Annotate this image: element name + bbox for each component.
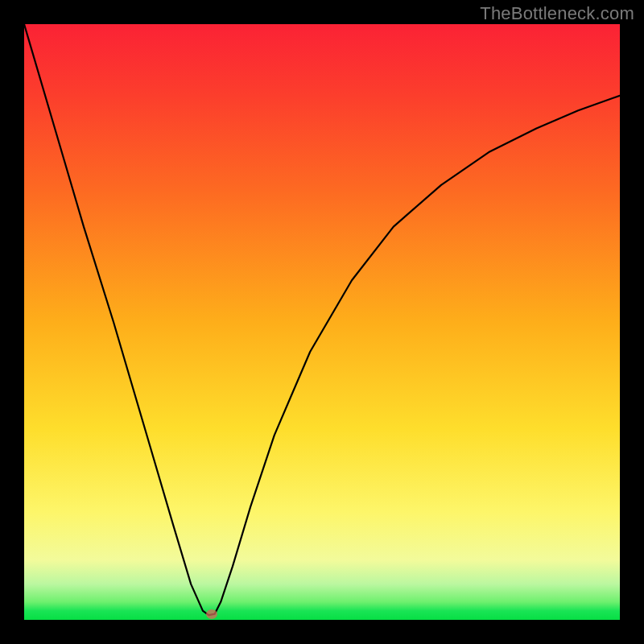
plot-area — [24, 24, 620, 620]
bottleneck-curve — [24, 24, 620, 620]
minimum-marker — [206, 609, 217, 619]
chart-frame: TheBottleneck.com — [0, 0, 644, 644]
curve-path — [24, 24, 620, 615]
watermark-text: TheBottleneck.com — [480, 3, 634, 24]
